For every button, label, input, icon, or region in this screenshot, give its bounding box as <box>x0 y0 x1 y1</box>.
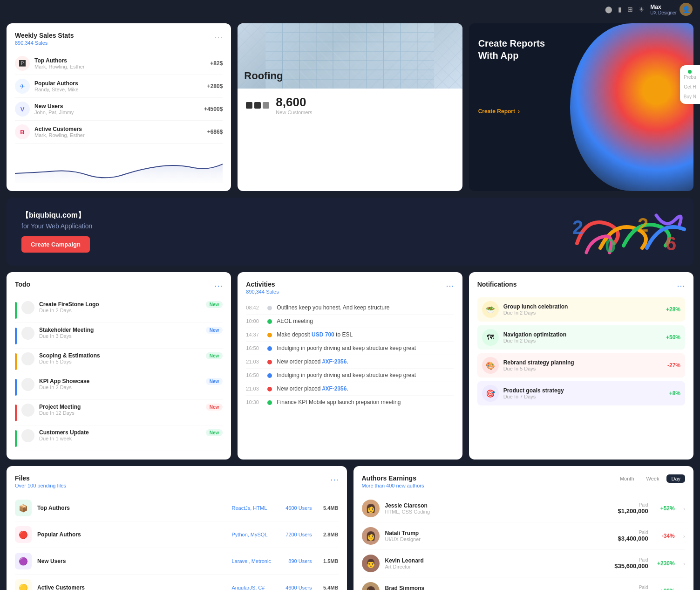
stat-info: New Users John, Pat, Jimmy <box>34 103 204 115</box>
sidebar-right: Prebu Get H Buy N <box>680 65 700 104</box>
activity-item: 10:00 AEOL meeting <box>246 315 454 328</box>
activity-text: Outlines keep you honest. And keep struc… <box>277 304 454 311</box>
order-link[interactable]: #XF-2356 <box>322 358 347 365</box>
stat-people: Mark, Rowling, Esther <box>34 64 210 69</box>
todo-header: Todo ⋯ <box>15 281 223 291</box>
online-indicator <box>688 70 692 74</box>
activity-text: Finance KPI Mobile app launch preparion … <box>277 399 454 405</box>
tab-week[interactable]: Week <box>642 474 664 483</box>
notification-item: 🥗 Group lunch celebration Due In 2 Days … <box>477 297 685 322</box>
stat-name: Active Customers <box>34 126 207 132</box>
todo-info: KPI App Showcase Due In 2 Days <box>39 378 201 390</box>
notif-info: Navigation optimization Due In 2 Days <box>503 331 661 343</box>
earnings-header: Authors Earnings More than 400 new autho… <box>362 474 686 488</box>
avatar[interactable]: 👤 <box>680 3 693 16</box>
activity-text: AEOL meeting <box>277 318 454 324</box>
notification-item: 🎯 Product goals strategy Due In 7 Days +… <box>477 381 685 405</box>
row3: Todo ⋯ Create FireStone Logo Due In 2 Da… <box>7 272 693 460</box>
notification-item: 🗺 Navigation optimization Due In 2 Days … <box>477 325 685 350</box>
sidebar-right-prebu[interactable]: Prebu <box>684 70 696 80</box>
stat-people: Randy, Steve, Mike <box>34 87 207 92</box>
todo-menu-icon[interactable]: ⋯ <box>214 281 223 291</box>
author-pct: +230% <box>654 560 675 567</box>
earnings-title: Authors Earnings <box>362 474 615 482</box>
activity-item: 10:30 Finance KPI Mobile app launch prep… <box>246 396 454 409</box>
search-icon[interactable]: ⬤ <box>605 6 612 13</box>
create-campaign-button[interactable]: Create Campaign <box>21 236 90 253</box>
files-header: Files Over 100 pending files ⋯ <box>15 474 339 488</box>
activity-dot <box>267 387 272 391</box>
stat-info: Active Customers Mark, Rowling, Esther <box>34 126 207 138</box>
card-menu-icon[interactable]: ⋯ <box>214 32 223 42</box>
chevron-right-icon: › <box>683 588 685 590</box>
user-info: Max UX Designer 👤 <box>650 3 693 16</box>
notifications-header: Notifications ⋯ <box>477 281 685 291</box>
todo-badge: New <box>206 429 223 436</box>
todo-badge: New <box>206 378 223 385</box>
earnings-subtitle: More than 400 new authors <box>362 483 615 488</box>
activity-dot <box>267 333 272 337</box>
notif-value: +50% <box>666 334 680 341</box>
tab-month[interactable]: Month <box>615 474 639 483</box>
author-info: Kevin Leonard Art Director <box>385 557 601 569</box>
files-card: Files Over 100 pending files ⋯ 📦 Top Aut… <box>7 466 347 590</box>
activity-item: 08:42 Outlines keep you honest. And keep… <box>246 301 454 315</box>
activities-menu-icon[interactable]: ⋯ <box>446 281 454 291</box>
chevron-right-icon: › <box>683 505 685 512</box>
activity-dot <box>267 319 272 324</box>
todo-badge: New <box>206 327 223 334</box>
activity-text: New order placed #XF-2356. <box>277 358 454 365</box>
roofing-count-area: 8,600 New Customers <box>276 95 312 115</box>
deposit-link[interactable]: USD 700 <box>312 331 334 338</box>
svg-text:0: 0 <box>605 235 616 257</box>
sidebar-right-geth[interactable]: Get H <box>684 84 696 89</box>
tab-day[interactable]: Day <box>666 474 685 483</box>
topbar: ⬤ ▮ ⊞ ☀ Max UX Designer 👤 <box>0 0 700 19</box>
earnings-tabs: Month Week Day <box>615 474 685 483</box>
activity-text: Indulging in poorly driving and keep str… <box>277 345 454 351</box>
box-dark2 <box>254 102 261 109</box>
author-pct: +28% <box>654 588 675 590</box>
grid-icon[interactable]: ⊞ <box>627 6 633 13</box>
author-avatar-kevin: 👨 <box>362 555 380 572</box>
notif-icon-product: 🎯 <box>482 385 499 402</box>
todo-badge: New <box>206 301 223 308</box>
notifications-menu-icon[interactable]: ⋯ <box>677 281 685 291</box>
authors-earnings-card: Authors Earnings More than 400 new autho… <box>353 466 694 590</box>
chevron-right-icon: › <box>683 533 685 540</box>
stat-name: Popular Authors <box>34 80 207 87</box>
author-info: Jessie Clarcson HTML, CSS Coding <box>385 502 601 515</box>
notif-info: Product goals strategy Due In 7 Days <box>503 387 665 399</box>
file-icon-top-authors: 📦 <box>15 500 32 516</box>
sun-icon[interactable]: ☀ <box>639 6 645 13</box>
activity-dot <box>267 306 272 310</box>
file-item: 🔴 Popular Authors Python, MySQL 7200 Use… <box>15 521 339 548</box>
bar-icon[interactable]: ▮ <box>618 6 622 13</box>
create-report-link[interactable]: Create Report › <box>478 108 520 115</box>
activity-text: Indulging in poorly driving and keep str… <box>277 372 454 378</box>
files-menu-icon[interactable]: ⋯ <box>330 474 339 485</box>
author-pct: -34% <box>654 533 675 539</box>
todo-item: Stakeholder Meeting Due In 3 Days New <box>15 323 223 349</box>
stat-value: +4500$ <box>204 106 223 112</box>
stat-info: Top Authors Mark, Rowling, Esther <box>34 57 210 69</box>
author-pct: +52% <box>654 505 675 512</box>
todo-badge: New <box>206 404 223 411</box>
stat-name: Top Authors <box>34 57 210 64</box>
sales-chart <box>15 150 223 183</box>
roofing-image: Roofing <box>238 23 462 89</box>
popular-authors-icon: ✈ <box>15 79 30 94</box>
activities-header: Activities 890,344 Sales ⋯ <box>246 281 454 295</box>
file-icon-active-customers: 🟡 <box>15 579 32 590</box>
stat-item: B Active Customers Mark, Rowling, Esther… <box>15 121 223 144</box>
roofing-stats: 8,600 New Customers <box>238 89 462 122</box>
stat-item: 🅿 Top Authors Mark, Rowling, Esther +82$ <box>15 52 223 75</box>
order-link2[interactable]: #XF-2356 <box>322 385 347 392</box>
sidebar-right-buyn[interactable]: Buy N <box>684 94 696 99</box>
roofing-card: Roofing 8,600 New Customers <box>238 23 462 191</box>
stat-value: +82$ <box>210 60 223 67</box>
chevron-right-icon: › <box>518 108 520 115</box>
files-subtitle: Over 100 pending files <box>15 483 330 488</box>
user-role: UX Designer <box>650 10 677 15</box>
svg-text:6: 6 <box>666 233 676 254</box>
